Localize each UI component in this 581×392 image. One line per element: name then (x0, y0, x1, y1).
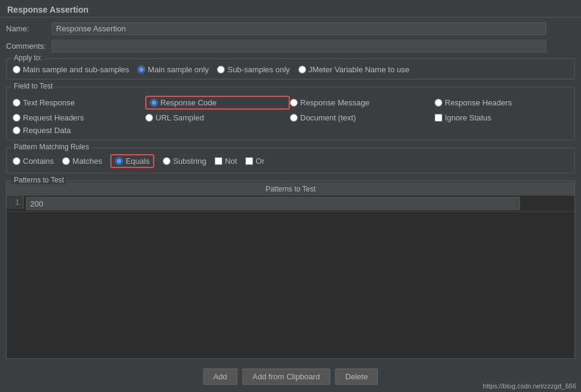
contains-radio[interactable] (13, 157, 20, 165)
apply-to-options: Main sample and sub-samples Main sample … (13, 63, 568, 74)
name-input[interactable] (52, 22, 546, 35)
pattern-matching-section: Pattern Matching Rules Contains Matches … (6, 148, 575, 173)
request-data-radio[interactable] (13, 126, 20, 134)
or-checkbox[interactable] (245, 157, 253, 165)
ignore-status-option[interactable]: Ignore Status (435, 113, 568, 122)
apply-to-section: Apply to: Main sample and sub-samples Ma… (6, 58, 575, 79)
response-message-label: Response Message (300, 98, 369, 107)
response-headers-radio[interactable] (435, 99, 442, 107)
response-headers-option[interactable]: Response Headers (435, 96, 568, 110)
apply-sub-only[interactable]: Sub-samples only (217, 65, 289, 74)
row-number: 1 (7, 196, 24, 209)
patterns-body: 1 (7, 196, 574, 358)
apply-main-only-radio[interactable] (137, 66, 145, 73)
apply-main-sub-radio[interactable] (13, 66, 20, 73)
apply-jmeter-var[interactable]: JMeter Variable Name to use (298, 65, 409, 74)
pattern-value-input[interactable] (26, 197, 520, 210)
contains-option[interactable]: Contains (13, 157, 54, 166)
response-headers-label: Response Headers (445, 98, 512, 107)
document-text-option[interactable]: Document (text) (290, 113, 435, 122)
form-area: Name: Comments: Apply to: Main sample an… (0, 17, 581, 392)
title-bar: Response Assertion (0, 0, 581, 17)
add-clipboard-button[interactable]: Add from Clipboard (242, 369, 330, 385)
request-headers-label: Request Headers (23, 113, 84, 122)
pattern-matching-options: Contains Matches Equals Substring (13, 152, 568, 168)
equals-option-highlighted[interactable]: Equals (110, 154, 154, 168)
response-message-option[interactable]: Response Message (290, 96, 435, 110)
ignore-status-label: Ignore Status (445, 113, 491, 122)
url-sampled-label: URL Sampled (155, 113, 204, 122)
apply-main-sub[interactable]: Main sample and sub-samples (13, 65, 129, 74)
apply-main-only-label: Main sample only (148, 65, 209, 74)
window-title: Response Assertion (7, 5, 574, 14)
contains-label: Contains (23, 157, 54, 166)
row-cell (24, 196, 574, 211)
request-data-label: Request Data (23, 126, 71, 135)
matches-radio[interactable] (62, 157, 70, 165)
apply-sub-only-radio[interactable] (217, 66, 225, 73)
document-text-label: Document (text) (300, 113, 356, 122)
or-option[interactable]: Or (245, 157, 264, 166)
response-code-radio[interactable] (150, 99, 158, 107)
add-button[interactable]: Add (203, 369, 237, 385)
url-sampled-radio[interactable] (145, 114, 153, 122)
response-code-option[interactable]: Response Code (145, 96, 290, 110)
not-label: Not (225, 157, 237, 166)
bottom-buttons: Add Add from Clipboard Delete (6, 364, 575, 388)
not-option[interactable]: Not (215, 157, 237, 166)
patterns-to-test-section: Patterns to Test Patterns to Test 1 (6, 181, 575, 359)
apply-jmeter-var-radio[interactable] (298, 66, 306, 73)
table-row: 1 (7, 196, 574, 212)
patterns-legend: Patterns to Test (11, 176, 66, 184)
apply-jmeter-var-label: JMeter Variable Name to use (309, 65, 409, 74)
delete-button[interactable]: Delete (335, 369, 378, 385)
document-text-radio[interactable] (290, 114, 298, 122)
response-code-label: Response Code (160, 98, 216, 107)
response-assertion-window: Response Assertion Name: Comments: Apply… (0, 0, 581, 392)
request-headers-option[interactable]: Request Headers (13, 113, 145, 122)
substring-label: Substring (173, 157, 206, 166)
name-row: Name: (6, 21, 575, 36)
substring-radio[interactable] (163, 157, 171, 165)
apply-to-legend: Apply to: (11, 54, 45, 62)
request-data-option[interactable]: Request Data (13, 126, 145, 135)
text-response-radio[interactable] (13, 99, 20, 107)
matches-label: Matches (72, 157, 102, 166)
pattern-matching-legend: Pattern Matching Rules (11, 143, 92, 151)
request-headers-radio[interactable] (13, 114, 20, 122)
substring-option[interactable]: Substring (163, 157, 206, 166)
not-checkbox[interactable] (215, 157, 222, 165)
url-sampled-option[interactable]: URL Sampled (145, 113, 290, 122)
field-to-test-legend: Field to Test (11, 82, 55, 90)
patterns-header: Patterns to Test (7, 182, 574, 196)
text-response-label: Text Response (23, 98, 75, 107)
response-message-radio[interactable] (290, 99, 298, 107)
comments-row: Comments: (6, 39, 575, 54)
apply-main-sub-label: Main sample and sub-samples (23, 65, 129, 74)
matches-option[interactable]: Matches (62, 157, 102, 166)
equals-label: Equals (125, 157, 149, 166)
name-label: Name: (6, 24, 48, 33)
apply-main-only[interactable]: Main sample only (137, 65, 209, 74)
ignore-status-checkbox[interactable] (435, 114, 442, 122)
comments-label: Comments: (6, 42, 48, 51)
text-response-option[interactable]: Text Response (13, 96, 145, 110)
equals-option[interactable]: Equals (115, 157, 149, 166)
field-to-test-section: Field to Test Text Response Response Cod… (6, 87, 575, 140)
equals-radio[interactable] (115, 157, 123, 165)
apply-sub-only-label: Sub-samples only (227, 65, 289, 74)
or-label: Or (256, 157, 264, 166)
comments-input[interactable] (52, 40, 546, 52)
